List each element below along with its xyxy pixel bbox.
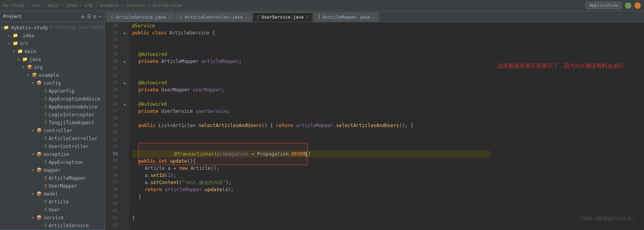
sidebar-item-src[interactable]: ▼ 📁 src [0, 40, 105, 48]
sidebar: Project ⚙ ☰ ⊟ ⋯ ▼ 📁 mybatis-study D:\MyG… [0, 11, 105, 230]
tab-articleservice[interactable]: C ArticleService.java × [107, 12, 175, 22]
code-line-43 [132, 222, 490, 229]
sidebar-item-articlemapper[interactable]: I ArticleMapper [0, 174, 105, 182]
tree-root[interactable]: ▼ 📁 mybatis-study D:\MyGit\my-java\JAVAE… [0, 24, 105, 32]
toolbar-breadcrumb: my-study › src › main › java › org › exa… [3, 3, 182, 8]
code-editor[interactable]: 15 16 17 18 19 20 21 22 23 24 25 26 27 2… [105, 22, 644, 230]
run-config[interactable]: Application [586, 2, 622, 9]
code-line-37: a.setContent("test,修改的内容"); [132, 179, 490, 186]
tab-userservice[interactable]: C UserService.java × [253, 12, 313, 22]
code-line-41 [132, 207, 490, 215]
tab-close-articleservice[interactable]: × [168, 15, 171, 19]
code-line-25 [132, 93, 490, 101]
gear-icon[interactable]: ⋯ [99, 14, 102, 19]
run-button[interactable] [625, 2, 631, 9]
toolbar-right: Application [586, 2, 641, 9]
sidebar-item-main[interactable]: ▼ 📁 main [0, 48, 105, 55]
code-line-36: a.setId(1); [132, 172, 490, 179]
sidebar-item-logininterceptor[interactable]: C LoginInterceptor [0, 111, 105, 119]
sidebar-item-example[interactable]: ▼ 📦 example [0, 71, 105, 79]
gutter: ▶ ▶ ▶ ▶ [121, 22, 129, 230]
sidebar-item-appexceptionadvice[interactable]: C AppExceptionAdvice [0, 95, 105, 103]
code-line-39: } [132, 193, 490, 200]
code-line-23: @Autowired [132, 79, 490, 86]
code-line-19: @Autowired [132, 51, 490, 58]
sidebar-item-appconfig[interactable]: C AppConfig [0, 87, 105, 95]
code-line-42: } [132, 215, 490, 222]
debug-button[interactable] [634, 2, 641, 9]
sidebar-item-usermapper[interactable]: I UserMapper [0, 182, 105, 190]
sidebar-tree: ▼ 📁 mybatis-study D:\MyGit\my-java\JAVAE… [0, 22, 105, 230]
sidebar-item-service[interactable]: ▼ 📦 service [0, 214, 105, 222]
annotation-text: 这里数据库就不用展示了，因为SQL都没有机会执行 [497, 62, 640, 70]
tab-close-articlecontroller[interactable]: × [245, 15, 247, 19]
sidebar-item-idea[interactable]: ▶ 📁 .idea [0, 32, 105, 40]
sidebar-item-controller[interactable]: ▼ 📦 controller [0, 127, 105, 135]
tab-close-articlemapper[interactable]: × [372, 15, 375, 19]
code-line-16: public class ArticleService { [132, 29, 490, 36]
code-line-15: @Service [132, 22, 490, 29]
code-line-26: @Autowired [132, 101, 490, 108]
sidebar-item-appexception[interactable]: C AppException [0, 158, 105, 166]
sidebar-item-tongjitimeaspect[interactable]: C TongjiTimeAspect [0, 119, 105, 127]
sidebar-item-model[interactable]: ▼ 📦 model [0, 190, 105, 198]
code-line-22 [132, 72, 490, 79]
sidebar-icons: ⚙ ☰ ⊟ ⋯ [81, 14, 102, 19]
editor-area: C ArticleService.java × C ArticleControl… [105, 11, 644, 230]
code-line-30 [132, 129, 490, 136]
code-line-34: public int update(){ [132, 158, 490, 165]
sidebar-item-articleservice[interactable]: C ArticleService [0, 222, 105, 230]
code-line-35: Article a = new Article(); [132, 165, 490, 172]
code-line-21 [132, 65, 490, 72]
code-content[interactable]: @Service public class ArticleService { @… [129, 22, 493, 230]
sidebar-item-usercontroller[interactable]: C UserController [0, 143, 105, 150]
sidebar-item-mapper[interactable]: ▼ 📦 mapper [0, 166, 105, 174]
right-panel: 这里数据库就不用展示了，因为SQL都没有机会执行 CSDN @梦想成为光头强！ [493, 22, 644, 230]
sidebar-item-exception[interactable]: ▼ 📦 exception [0, 150, 105, 158]
code-line-31 [132, 136, 490, 143]
line-numbers: 15 16 17 18 19 20 21 22 23 24 25 26 27 2… [105, 22, 121, 230]
sidebar-item-config[interactable]: ▼ 📦 config [0, 79, 105, 87]
sidebar-item-java[interactable]: ▼ 📁 java [0, 55, 105, 63]
csdn-watermark: CSDN @梦想成为光头强！ [497, 215, 640, 222]
sidebar-item-user[interactable]: C User [0, 206, 105, 214]
align-icon[interactable]: ☰ [87, 14, 91, 19]
tab-articlemapper[interactable]: I ArticleMapper.java × [314, 12, 379, 22]
code-line-40 [132, 200, 490, 207]
sidebar-item-appresponseadvice[interactable]: C AppResponseAdvice [0, 103, 105, 111]
code-line-27: private UserService userService; [132, 108, 490, 115]
toolbar: my-study › src › main › java › org › exa… [0, 0, 644, 11]
code-line-29: public List<Article> selectArticlesAndUs… [132, 122, 490, 129]
code-line-17 [132, 36, 490, 44]
tab-articlecontroller[interactable]: C ArticleController.java × [176, 12, 252, 22]
settings-icon[interactable]: ⚙ [81, 14, 84, 19]
main-layout: Project ⚙ ☰ ⊟ ⋯ ▼ 📁 mybatis-study D:\MyG… [0, 11, 644, 230]
sidebar-header: Project ⚙ ☰ ⊟ ⋯ [0, 11, 105, 22]
code-line-18 [132, 44, 490, 51]
code-line-33: @Transactional(propagation = Propagation… [132, 150, 490, 158]
sidebar-item-articlecontroller[interactable]: C ArticleController [0, 135, 105, 143]
collapse-icon[interactable]: ⊟ [94, 14, 96, 19]
code-line-20: private ArticleMapper articleMapper; [132, 58, 490, 65]
tab-bar: C ArticleService.java × C ArticleControl… [105, 11, 644, 22]
code-line-24: private UserMapper userMapper; [132, 86, 490, 93]
sidebar-title: Project [3, 14, 21, 19]
code-line-28 [132, 115, 490, 122]
sidebar-item-article[interactable]: C Article [0, 198, 105, 206]
code-line-38: return articleMapper.update(a); [132, 186, 490, 193]
sidebar-item-org[interactable]: ▼ 📦 org [0, 63, 105, 71]
tab-close-userservice[interactable]: × [306, 15, 309, 19]
